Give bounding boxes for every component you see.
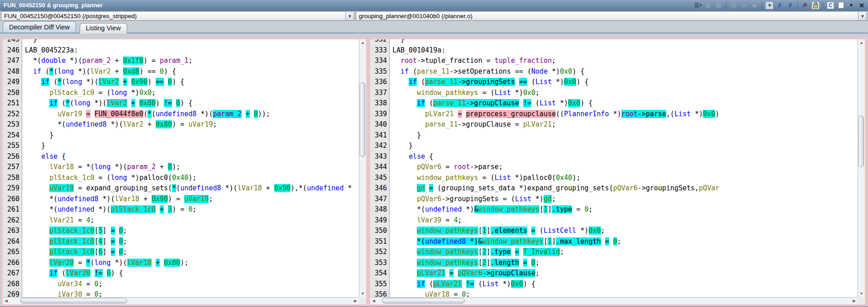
line-number: 347 — [370, 194, 389, 205]
letter-c-icon: C — [827, 2, 834, 9]
code-line[interactable]: *(undefined8 *)&window_pathkeys[1].max_l… — [392, 236, 858, 247]
line-number: 352 — [370, 247, 389, 258]
line-number: 336 — [370, 77, 389, 88]
line-number: 266 — [3, 258, 22, 269]
line-number: 332 — [370, 39, 389, 45]
code-line[interactable]: plStack_1c0 = (long *)0x0; — [25, 88, 359, 99]
code-line[interactable]: if (*(long *)(lVar2 + 0xd8) == 0) { — [25, 66, 359, 77]
code-line[interactable]: plStack_1c0[4] = 0; — [25, 236, 359, 247]
code-line[interactable]: window_pathkeys[2].length = 0; — [392, 258, 858, 269]
code-line[interactable]: uVar19 = FUN_0044f8e0(*(undefined8 *)(pa… — [25, 109, 359, 120]
line-number: 251 — [3, 98, 22, 109]
code-line[interactable]: iVar30 = 0; — [25, 289, 359, 297]
c-source-icon[interactable]: C — [826, 1, 835, 9]
code-line[interactable]: plStack_1c0[6] = 0; — [25, 247, 359, 258]
code-line[interactable]: if (parse_11->groupClause != (List *)0x0… — [392, 98, 858, 109]
scroll-down-icon[interactable]: ▼ — [858, 290, 865, 297]
vertical-scroll-thumb[interactable] — [360, 82, 365, 157]
scroll-right-icon[interactable]: ▶ — [352, 298, 359, 304]
left-function-selector[interactable]: FUN_00452150@00452150 (/postgres_strippe… — [1, 11, 354, 21]
code-line[interactable]: if (pLVar21 != (List *)0x0) { — [392, 279, 858, 290]
snapshot-list-icon[interactable]: ☰ ▾ — [694, 1, 702, 9]
code-line[interactable]: else { — [25, 151, 359, 162]
line-number: 250 — [3, 88, 22, 99]
code-line[interactable]: lVar39 = 4; — [392, 215, 858, 226]
code-line[interactable]: plStack_1c0 = (long *)palloc0(0x40); — [25, 173, 359, 184]
scroll-right-icon[interactable]: ▶ — [851, 298, 858, 304]
remove-function-icon[interactable]: f ✕ — [801, 1, 809, 9]
code-line[interactable]: *(undefined *)&window_pathkeys[1].type =… — [392, 204, 858, 215]
code-line[interactable]: pQVar6 = root->parse; — [392, 162, 858, 173]
code-line[interactable]: } — [25, 141, 359, 151]
code-line[interactable]: } — [392, 141, 858, 151]
code-line[interactable]: pLVar21 = pQVar6->groupClause; — [392, 268, 858, 279]
tab-decompiler-diff-view[interactable]: Decompiler Diff View — [3, 21, 76, 33]
code-line[interactable]: else { — [392, 151, 858, 162]
close-icon[interactable]: ✕ — [858, 1, 866, 9]
code-line[interactable]: if (*(long *)(lVar2 + 0x80) != 0) { — [25, 98, 359, 109]
code-line[interactable]: root->tuple_fraction = tuple_fraction; — [392, 56, 858, 66]
horizontal-scroll-thumb[interactable] — [20, 298, 127, 303]
right-combo-dropdown-icon[interactable]: ▼ — [858, 12, 867, 20]
line-number: 259 — [3, 183, 22, 194]
lock-scroll-icon[interactable] — [811, 1, 820, 9]
scroll-left-icon[interactable]: ◀ — [370, 298, 377, 304]
code-line[interactable]: if (parse_11->setOperations == (Node *)0… — [392, 66, 858, 77]
code-line[interactable]: } — [25, 130, 359, 141]
code-line[interactable]: lVar18 = *(long *)(param_2 + 8); — [25, 162, 359, 173]
horizontal-scroll-thumb[interactable] — [382, 298, 465, 303]
code-line[interactable]: LAB_0010419a: — [392, 45, 858, 56]
code-line[interactable]: pLVar21 = preprocess_groupclause((Planne… — [392, 109, 858, 120]
code-line[interactable]: uVar18 = 0; — [392, 289, 858, 297]
code-line[interactable]: if (lVar20 != 0) { — [25, 268, 359, 279]
code-line[interactable]: lVar21 = 4; — [25, 215, 359, 226]
code-line[interactable]: if (parse_11->groupingSets == (List *)0x… — [392, 77, 858, 88]
horizontal-scrollbar[interactable]: ◀ ▶ — [370, 297, 858, 304]
next-table-icon: ▦ — [715, 1, 723, 9]
cursor-select-icon[interactable]: ➤ — [765, 1, 773, 9]
code-line[interactable]: } — [392, 130, 858, 141]
scroll-left-icon[interactable]: ◀ — [3, 298, 10, 304]
right-function-selector[interactable]: grouping_planner@001040b0 (/planner.o) ▼ — [356, 11, 867, 21]
code-line[interactable]: window_pathkeys[2].type = T_Invalid; — [392, 247, 858, 258]
horizontal-scrollbar[interactable]: ◀ ▶ — [3, 297, 359, 304]
tab-listing-view[interactable]: Listing View — [80, 23, 127, 33]
left-combo-dropdown-icon[interactable]: ▼ — [345, 12, 354, 20]
code-line[interactable]: *(undefined8 *)(lVar18 + 0x90) = uVar19; — [25, 194, 359, 205]
code-line[interactable]: *(undefined8 *)(lVar2 + 0x80) = uVar19; — [25, 119, 359, 130]
code-line[interactable]: plStack_1c0[5] = 0; — [25, 226, 359, 236]
code-line[interactable]: window_pathkeys = (List *)palloc0(0x40); — [392, 173, 858, 184]
decompiled-code[interactable]: }LAB_0010419a: root->tuple_fraction = tu… — [390, 39, 858, 297]
code-line[interactable]: window_pathkeys[1].elements = (ListCell … — [392, 226, 858, 236]
decompiled-code[interactable]: }LAB_0045223a: *(double *)(param_2 + 0x1… — [23, 39, 359, 297]
code-line[interactable]: LAB_0045223a: — [25, 45, 359, 56]
pointer-icon: ➤ — [766, 2, 773, 9]
listing-compare-icon: ▥ — [730, 1, 738, 9]
scroll-down-icon[interactable]: ▼ — [359, 290, 366, 297]
vertical-scrollbar[interactable]: ▲ ▼ — [858, 39, 865, 297]
code-line[interactable]: window_pathkeys = (List *)0x0; — [392, 88, 858, 99]
code-line[interactable]: gd = (grouping_sets_data *)expand_groupi… — [392, 183, 858, 194]
code-line[interactable]: parse_11->groupClause = pLVar21; — [392, 119, 858, 130]
code-line[interactable]: uVar19 = expand_grouping_sets(*(undefine… — [25, 183, 359, 194]
code-line[interactable]: } — [392, 39, 858, 45]
scroll-up-icon[interactable]: ▲ — [858, 39, 865, 46]
code-line[interactable]: } — [25, 39, 359, 45]
line-number-gutter: 3323333343353363373383393403413423433443… — [370, 39, 390, 297]
toolbar-separator — [823, 2, 823, 9]
code-line[interactable]: pQVar6->groupingSets = (List *)gd; — [392, 194, 858, 205]
code-line[interactable]: *(double *)(param_2 + 0x1f8) = param_1; — [25, 56, 359, 66]
next-function-icon[interactable]: f ↓ — [776, 1, 784, 9]
toolbar-menu-icon[interactable]: ▼ — [847, 1, 855, 9]
code-line[interactable]: lVar20 = *(long *)(lVar18 + 0x80); — [25, 258, 359, 269]
vertical-scroll-thumb[interactable] — [858, 116, 864, 167]
code-line[interactable]: *(undefined *)(plStack_1c0 + 3) = 0; — [25, 204, 359, 215]
vertical-scrollbar[interactable]: ▲ ▼ — [359, 39, 366, 297]
code-line[interactable]: if (*(long *)(lVar2 + 0x90) == 0) { — [25, 77, 359, 88]
prev-function-icon[interactable]: f ↑ — [786, 1, 794, 9]
green-arrow-icon: → — [841, 5, 845, 9]
line-number: 355 — [370, 279, 389, 290]
code-line[interactable]: uVar34 = 0; — [25, 279, 359, 290]
scroll-up-icon[interactable]: ▲ — [359, 39, 366, 46]
open-program-icon[interactable]: → — [837, 1, 845, 9]
